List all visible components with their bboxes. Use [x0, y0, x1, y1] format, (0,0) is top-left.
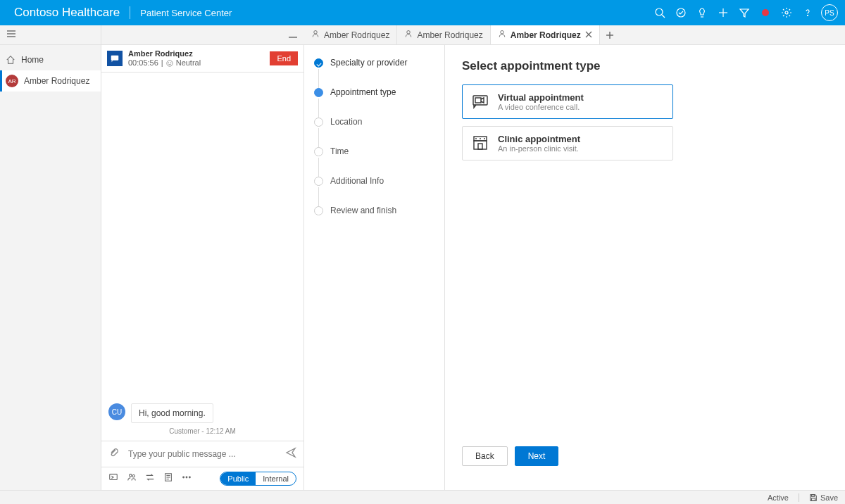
- video-chat-icon: [471, 92, 489, 111]
- tab-add-icon[interactable]: [600, 25, 620, 44]
- left-nav: Home AR Amber Rodriquez: [0, 45, 101, 490]
- footer-divider: [799, 493, 799, 502]
- add-icon[interactable]: [713, 0, 734, 25]
- svg-line-1: [662, 15, 665, 18]
- card-clinic-appointment[interactable]: Clinic appointment An in-person clinic v…: [462, 126, 673, 160]
- conversation-header: Amber Rodriquez 00:05:56 | Neutral End: [101, 45, 303, 73]
- svg-point-13: [407, 31, 411, 34]
- card-virtual-appointment[interactable]: Virtual appointment A video conference c…: [462, 84, 673, 119]
- quick-reply-icon[interactable]: [108, 472, 118, 485]
- svg-point-2: [677, 8, 685, 17]
- step-review[interactable]: Review and finish: [314, 206, 434, 215]
- nav-home[interactable]: Home: [0, 49, 101, 70]
- step-dot-icon: [314, 88, 323, 97]
- end-conversation-button[interactable]: End: [270, 51, 298, 65]
- consult-icon[interactable]: [127, 472, 137, 485]
- user-avatar[interactable]: PS: [821, 4, 838, 21]
- svg-point-20: [167, 60, 173, 65]
- visibility-toggle: Public Internal: [220, 472, 296, 486]
- conversation-timer: 00:05:56: [128, 58, 158, 68]
- step-specialty[interactable]: Specialty or provider: [314, 58, 434, 87]
- settings-gear-icon[interactable]: [776, 0, 797, 25]
- notes-icon[interactable]: [163, 472, 173, 485]
- svg-point-31: [183, 477, 184, 478]
- status-footer: Active Save: [0, 490, 845, 504]
- nav-session[interactable]: AR Amber Rodriquez: [0, 70, 101, 92]
- tab-1[interactable]: Amber Rodriquez: [304, 25, 397, 44]
- card-desc: An in-person clinic visit.: [498, 144, 580, 153]
- tab-label: Amber Rodriquez: [417, 30, 482, 40]
- step-additional-info[interactable]: Additional Info: [314, 176, 434, 206]
- session-avatar: AR: [6, 75, 18, 87]
- nav-session-label: Amber Rodriquez: [24, 76, 89, 86]
- tab-label: Amber Rodriquez: [324, 30, 389, 40]
- visibility-internal[interactable]: Internal: [256, 472, 296, 485]
- svg-point-25: [130, 474, 132, 477]
- tabs-bar: Amber Rodriquez Amber Rodriquez Amber Ro…: [304, 25, 845, 44]
- step-label: Time: [330, 146, 349, 156]
- step-time[interactable]: Time: [314, 146, 434, 176]
- nav-home-label: Home: [21, 55, 44, 65]
- svg-rect-35: [475, 98, 481, 103]
- conversation-tools: Public Internal: [101, 467, 303, 490]
- wizard-steps: Specialty or provider Appointment type L…: [304, 45, 445, 490]
- card-desc: A video conference call.: [498, 103, 584, 111]
- hamburger-menu-icon[interactable]: [6, 28, 17, 42]
- page-title: Select appointment type: [462, 59, 828, 73]
- main-area: Home AR Amber Rodriquez Amber Rodriquez …: [0, 45, 845, 490]
- minimize-panel-icon[interactable]: [289, 29, 297, 42]
- content-pane: Select appointment type Virtual appointm…: [445, 45, 845, 490]
- save-icon: [809, 493, 818, 502]
- tab-3[interactable]: Amber Rodriquez: [491, 25, 600, 44]
- tab-label: Amber Rodriquez: [511, 30, 581, 40]
- attach-icon[interactable]: [108, 447, 120, 461]
- person-icon: [311, 30, 320, 40]
- task-check-icon[interactable]: [670, 0, 691, 25]
- step-dot-icon: [314, 58, 323, 68]
- back-button[interactable]: Back: [462, 446, 508, 466]
- help-icon[interactable]: [797, 0, 818, 25]
- message-bubble: Hi, good morning.: [131, 403, 213, 423]
- sentiment-neutral-icon: [166, 60, 173, 67]
- send-icon[interactable]: [285, 447, 296, 461]
- step-dot-icon: [314, 177, 323, 186]
- step-dot-icon: [314, 206, 323, 215]
- message-input-row: [101, 441, 303, 467]
- brand-subtitle: Patient Service Center: [140, 8, 232, 18]
- person-icon: [498, 30, 506, 40]
- message-meta: Customer - 12:12 AM: [108, 427, 296, 435]
- card-title: Clinic appointment: [498, 134, 580, 144]
- filter-icon[interactable]: [734, 0, 755, 25]
- step-label: Review and finish: [330, 206, 396, 215]
- svg-point-7: [808, 15, 808, 16]
- step-label: Appointment type: [330, 87, 396, 97]
- step-label: Additional Info: [330, 176, 384, 186]
- svg-rect-37: [474, 141, 487, 149]
- svg-point-6: [785, 11, 788, 14]
- secondary-bar: Amber Rodriquez Amber Rodriquez Amber Ro…: [0, 25, 845, 45]
- tab-2[interactable]: Amber Rodriquez: [397, 25, 490, 44]
- svg-point-22: [168, 62, 169, 63]
- svg-point-14: [501, 31, 504, 34]
- visibility-public[interactable]: Public: [220, 472, 256, 485]
- record-indicator-icon[interactable]: [755, 0, 776, 25]
- step-label: Specialty or provider: [330, 58, 407, 68]
- step-location[interactable]: Location: [314, 117, 434, 146]
- step-appointment-type[interactable]: Appointment type: [314, 87, 434, 117]
- person-icon: [404, 30, 413, 40]
- next-button[interactable]: Next: [515, 446, 559, 466]
- transfer-icon[interactable]: [145, 472, 155, 485]
- svg-point-32: [186, 477, 187, 478]
- message-input[interactable]: [127, 448, 278, 460]
- conversation-panel: Amber Rodriquez 00:05:56 | Neutral End C…: [101, 45, 304, 490]
- more-icon[interactable]: [182, 472, 192, 485]
- footer-save-button[interactable]: Save: [809, 493, 838, 502]
- svg-point-12: [314, 31, 318, 34]
- brand-divider: [130, 6, 130, 19]
- svg-rect-42: [811, 494, 814, 496]
- conversation-name: Amber Rodriquez: [128, 49, 264, 58]
- lightbulb-icon[interactable]: [691, 0, 713, 25]
- search-icon[interactable]: [649, 0, 670, 25]
- footer-status: Active: [768, 493, 789, 502]
- tab-close-icon[interactable]: [585, 30, 592, 40]
